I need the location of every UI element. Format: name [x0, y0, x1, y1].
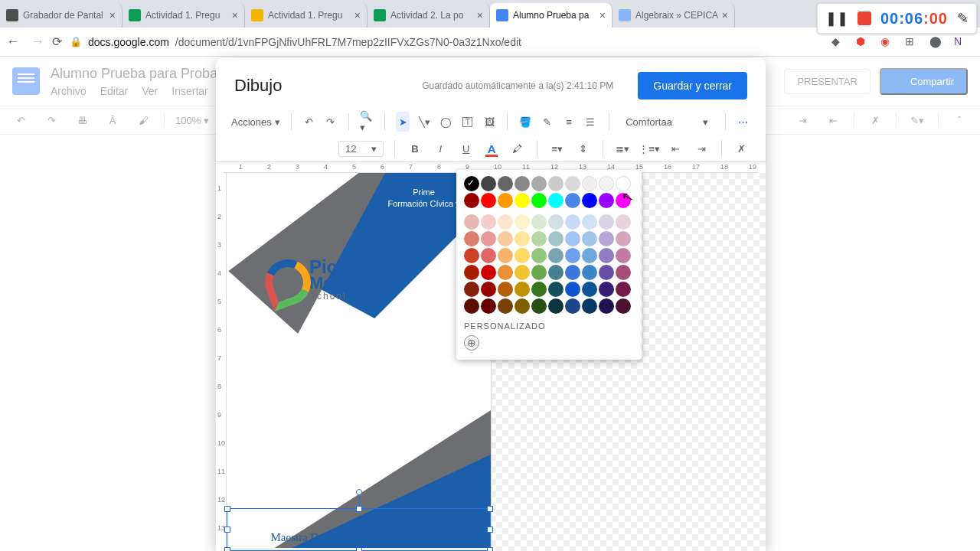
color-swatch[interactable]	[582, 231, 597, 246]
font-size-select[interactable]: 12▾	[338, 141, 384, 157]
resize-handle[interactable]	[487, 506, 493, 512]
italic-icon[interactable]: I	[432, 139, 449, 158]
color-swatch[interactable]	[548, 248, 564, 263]
color-swatch[interactable]	[599, 193, 614, 208]
color-swatch[interactable]	[616, 231, 631, 246]
close-tab-icon[interactable]: ×	[599, 9, 606, 21]
close-tab-icon[interactable]: ×	[722, 9, 728, 21]
color-swatch[interactable]	[531, 176, 547, 191]
line-spacing-icon[interactable]: ⇕	[573, 139, 591, 158]
bulleted-list-icon[interactable]: ⋮≡▾	[639, 139, 659, 158]
color-swatch[interactable]	[498, 214, 513, 230]
school-logo[interactable]: Picacho McGrego School	[261, 242, 460, 318]
color-swatch[interactable]	[565, 248, 580, 263]
color-swatch[interactable]	[599, 265, 614, 280]
ext-icon[interactable]: ◉	[880, 35, 894, 49]
color-swatch[interactable]	[599, 298, 614, 314]
shape-tool-icon[interactable]: ◯	[439, 112, 453, 132]
color-swatch[interactable]	[464, 231, 479, 246]
color-swatch[interactable]	[464, 214, 479, 230]
color-swatch[interactable]	[548, 176, 564, 191]
color-swatch[interactable]	[531, 193, 547, 208]
color-swatch[interactable]	[616, 282, 631, 297]
browser-tab[interactable]: Algebraix » CEPICA×	[612, 3, 735, 28]
rotate-handle[interactable]	[356, 489, 362, 495]
add-custom-color-button[interactable]: ⊕	[464, 335, 479, 350]
color-swatch[interactable]	[599, 231, 614, 246]
color-swatch[interactable]	[514, 265, 530, 280]
browser-tab[interactable]: Actividad 2. La po×	[368, 3, 490, 28]
color-swatch[interactable]	[498, 298, 513, 314]
select-tool-icon[interactable]: ➤	[396, 112, 410, 132]
color-swatch[interactable]	[582, 176, 597, 191]
color-swatch[interactable]	[548, 231, 564, 246]
underline-icon[interactable]: U	[457, 139, 475, 158]
ext-icon[interactable]: ⊞	[905, 35, 919, 49]
color-swatch[interactable]	[464, 193, 479, 208]
color-swatch[interactable]	[582, 248, 597, 263]
color-swatch[interactable]	[481, 265, 496, 280]
textbox-content[interactable]: Maestra Danya Angulo Nubia Galaviz	[227, 531, 490, 544]
more-icon[interactable]: ⋯	[737, 112, 750, 132]
ext-icon[interactable]: ⬢	[856, 35, 870, 49]
color-swatch[interactable]	[582, 214, 597, 230]
color-swatch[interactable]	[548, 282, 564, 297]
align-icon[interactable]: ≡▾	[548, 139, 566, 158]
color-swatch[interactable]	[582, 265, 597, 280]
browser-tab[interactable]: Grabador de Pantal×	[0, 3, 122, 28]
color-swatch[interactable]	[531, 214, 547, 230]
color-swatch[interactable]	[464, 248, 479, 263]
color-swatch[interactable]	[565, 193, 580, 208]
color-swatch[interactable]	[565, 282, 580, 297]
numbered-list-icon[interactable]: ≣▾	[614, 139, 632, 158]
color-swatch[interactable]	[498, 231, 513, 246]
color-swatch[interactable]	[464, 265, 479, 280]
close-tab-icon[interactable]: ×	[354, 9, 361, 21]
color-swatch[interactable]	[481, 193, 496, 208]
color-swatch[interactable]	[514, 214, 530, 230]
pen-icon[interactable]: ✎	[957, 10, 969, 27]
reload-icon[interactable]: ⟳	[52, 34, 62, 49]
close-tab-icon[interactable]: ×	[109, 9, 116, 21]
bold-icon[interactable]: B	[406, 139, 423, 158]
color-swatch[interactable]	[599, 282, 614, 297]
color-swatch[interactable]	[616, 214, 631, 230]
close-tab-icon[interactable]: ×	[232, 9, 238, 21]
color-swatch[interactable]	[514, 248, 530, 263]
color-swatch[interactable]	[582, 193, 597, 208]
text-color-button[interactable]: A	[482, 139, 500, 158]
clear-format-icon[interactable]: ✗	[733, 139, 750, 158]
font-family-select[interactable]: Comfortaa▾	[619, 116, 714, 128]
color-swatch[interactable]	[616, 298, 631, 314]
color-swatch[interactable]	[599, 248, 614, 263]
color-swatch[interactable]	[498, 282, 513, 297]
undo-icon[interactable]: ↶	[302, 112, 315, 132]
color-swatch[interactable]	[565, 298, 580, 314]
color-swatch[interactable]	[548, 214, 564, 230]
color-swatch[interactable]	[531, 248, 547, 263]
color-swatch[interactable]	[531, 298, 547, 314]
color-swatch[interactable]	[464, 282, 479, 297]
color-swatch[interactable]	[548, 265, 564, 280]
selected-textbox[interactable]: Maestra Danya Angulo Nubia Galaviz	[227, 508, 491, 551]
color-swatch[interactable]	[531, 265, 547, 280]
color-swatch[interactable]	[599, 214, 614, 230]
color-swatch[interactable]	[498, 248, 513, 263]
back-icon[interactable]: ←	[6, 34, 20, 50]
indent-decrease-icon[interactable]: ⇤	[667, 139, 684, 158]
color-swatch[interactable]	[498, 193, 513, 208]
color-swatch[interactable]	[582, 282, 597, 297]
color-swatch[interactable]	[531, 282, 547, 297]
ext-icon[interactable]: ⬤	[929, 35, 943, 49]
color-swatch[interactable]	[514, 231, 530, 246]
close-tab-icon[interactable]: ×	[477, 9, 483, 21]
color-swatch[interactable]	[548, 298, 564, 314]
ext-icon[interactable]: N	[954, 35, 968, 49]
stop-icon[interactable]	[858, 11, 871, 25]
fill-color-icon[interactable]: 🪣	[518, 112, 532, 132]
color-swatch[interactable]	[514, 193, 530, 208]
color-swatch[interactable]	[582, 298, 597, 314]
indent-increase-icon[interactable]: ⇥	[692, 139, 710, 158]
color-swatch[interactable]	[531, 231, 547, 246]
color-swatch[interactable]	[514, 298, 530, 314]
